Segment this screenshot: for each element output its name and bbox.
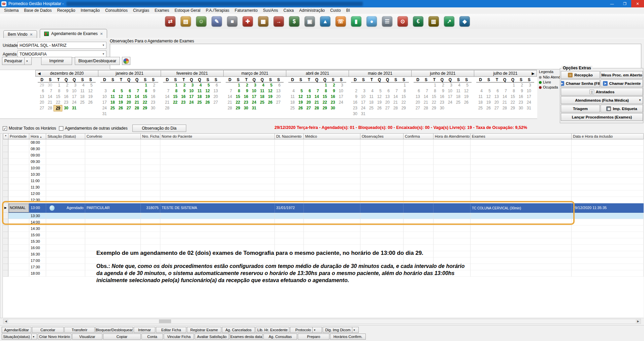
- bed-icon[interactable]: ■: [227, 16, 237, 27]
- calendar-day[interactable]: 20: [414, 100, 422, 105]
- row-selector[interactable]: [3, 159, 8, 165]
- cell-prioridade[interactable]: [8, 178, 29, 184]
- calendar-day[interactable]: 26: [86, 100, 94, 105]
- calendar-day[interactable]: 5: [462, 82, 470, 88]
- calendar-day[interactable]: 13: [383, 94, 391, 100]
- calendar-day[interactable]: 14: [501, 94, 509, 100]
- footer-situa-o-status[interactable]: Situação(status)▼: [2, 334, 37, 340]
- cell-hora-do-atendimento[interactable]: [433, 232, 471, 238]
- calendar-day[interactable]: 21: [391, 100, 399, 105]
- cell-nome-do-paciente[interactable]: [160, 232, 275, 238]
- calendar-day[interactable]: 4: [476, 88, 484, 94]
- calendar-day[interactable]: 5: [117, 88, 125, 94]
- cell-exames[interactable]: [471, 152, 572, 159]
- calendar-day[interactable]: 17: [337, 94, 345, 100]
- calendar-day[interactable]: 11: [476, 94, 484, 100]
- cell-exames[interactable]: [471, 264, 572, 270]
- cell-observa-es[interactable]: [360, 171, 404, 178]
- calendar-day[interactable]: 31: [359, 111, 367, 117]
- cell-hora[interactable]: 08:30: [29, 146, 46, 152]
- footer-editar-ficha[interactable]: Editar Ficha: [156, 327, 186, 333]
- cell-hora-do-atendimento[interactable]: [433, 171, 471, 178]
- calendar-day[interactable]: 26: [375, 105, 383, 111]
- calendar-day[interactable]: 15: [399, 94, 408, 100]
- calendar-day[interactable]: 12: [484, 94, 492, 100]
- calendar-day[interactable]: 25: [476, 105, 484, 111]
- calendar-day[interactable]: 8: [54, 88, 62, 94]
- grid-row[interactable]: 14:30: [3, 226, 644, 232]
- cell-prioridade[interactable]: [8, 184, 29, 191]
- calendar-day[interactable]: 4: [195, 82, 203, 88]
- calendar-day[interactable]: 30: [62, 105, 70, 111]
- cell-prioridade[interactable]: [8, 245, 29, 251]
- cell-observa-es[interactable]: [360, 226, 404, 232]
- row-selector[interactable]: [3, 171, 8, 178]
- agenda-select[interactable]: TOMOGRAFIA ▼: [18, 50, 106, 58]
- cell-nome-do-paciente[interactable]: [160, 238, 275, 245]
- cell-exames[interactable]: [471, 270, 572, 277]
- calendar-day[interactable]: 31: [250, 105, 258, 111]
- cell-m-dico[interactable]: [304, 139, 360, 146]
- cell-nro-ficha[interactable]: [141, 184, 160, 191]
- calendar-day[interactable]: 6: [492, 88, 501, 94]
- cell-prioridade[interactable]: [8, 251, 29, 258]
- cell-prioridade[interactable]: [8, 152, 29, 159]
- calendar-day[interactable]: 9: [179, 88, 187, 94]
- cell-hora[interactable]: 15:00: [29, 232, 46, 238]
- cell-hora[interactable]: 10:30: [29, 171, 46, 178]
- calendar-day[interactable]: 2: [179, 82, 187, 88]
- menu-sus-ans[interactable]: Sus/Ans: [260, 7, 281, 14]
- calendar-day[interactable]: 2: [329, 82, 337, 88]
- calendar-day[interactable]: 20: [274, 94, 282, 100]
- menu-faturamento[interactable]: Faturamento: [232, 7, 260, 14]
- cell-observa-es[interactable]: [360, 238, 404, 245]
- calendar-day[interactable]: 15: [141, 94, 149, 100]
- cell-confirma[interactable]: [404, 232, 433, 238]
- calendar-day[interactable]: 10: [100, 94, 108, 100]
- cell-prioridade[interactable]: [8, 226, 29, 232]
- footer-registrar-exame[interactable]: Registrar Exame: [187, 327, 221, 333]
- prescription-icon[interactable]: ✎: [212, 16, 222, 27]
- cell-confirma[interactable]: [404, 226, 433, 232]
- manual-icon[interactable]: ◆: [459, 16, 470, 27]
- calendar-day[interactable]: 9: [149, 88, 157, 94]
- calendar-day[interactable]: 7: [501, 88, 509, 94]
- calendar-day[interactable]: 22: [171, 100, 179, 105]
- calendar-day[interactable]: 9: [62, 88, 70, 94]
- menu-exames[interactable]: Exames: [152, 7, 172, 14]
- row-selector[interactable]: [3, 165, 8, 171]
- calendar-day[interactable]: 12: [266, 88, 274, 94]
- cell-conv-nio[interactable]: [85, 232, 141, 238]
- cell-confirma[interactable]: [404, 165, 433, 171]
- cell-hora[interactable]: 09:30: [29, 159, 46, 165]
- pesquisar-dropdown-icon[interactable]: ▼: [24, 57, 29, 65]
- calendar-day[interactable]: 16: [242, 94, 250, 100]
- calendar-day[interactable]: 28: [163, 105, 171, 111]
- column-header-selector[interactable]: *: [3, 133, 8, 139]
- calendar-day[interactable]: 25: [258, 100, 266, 105]
- maximize-button[interactable]: ❐: [618, 0, 631, 7]
- calendar-day[interactable]: 27: [492, 105, 501, 111]
- cell-situa-o-status[interactable]: [46, 232, 85, 238]
- calendar-day[interactable]: 20: [383, 100, 391, 105]
- calendar-day[interactable]: 18: [288, 100, 296, 105]
- cell-prioridade[interactable]: [8, 159, 29, 165]
- cell-nro-ficha[interactable]: [141, 152, 160, 159]
- calendar-day[interactable]: 25: [367, 105, 375, 111]
- calendar-day[interactable]: 19: [203, 94, 212, 100]
- calendar-day[interactable]: 21: [133, 100, 141, 105]
- cell-nro-ficha[interactable]: [141, 232, 160, 238]
- calendar-day[interactable]: 18: [195, 94, 203, 100]
- cell-observa-es[interactable]: [360, 232, 404, 238]
- cell-conv-nio[interactable]: [85, 146, 141, 152]
- menu-sistema[interactable]: Sistema: [1, 7, 21, 14]
- cell-data-e-hora-da-inclus-o[interactable]: [572, 264, 644, 270]
- cell-situa-o-status[interactable]: [46, 226, 85, 232]
- row-selector[interactable]: [3, 232, 8, 238]
- calendar-day[interactable]: 28: [391, 105, 399, 111]
- calendar-day[interactable]: 26: [484, 105, 492, 111]
- cell-exames[interactable]: [471, 245, 572, 251]
- calendar-day[interactable]: 13: [304, 94, 313, 100]
- calendar-day[interactable]: 6: [274, 82, 282, 88]
- calendar-day[interactable]: 23: [62, 100, 70, 105]
